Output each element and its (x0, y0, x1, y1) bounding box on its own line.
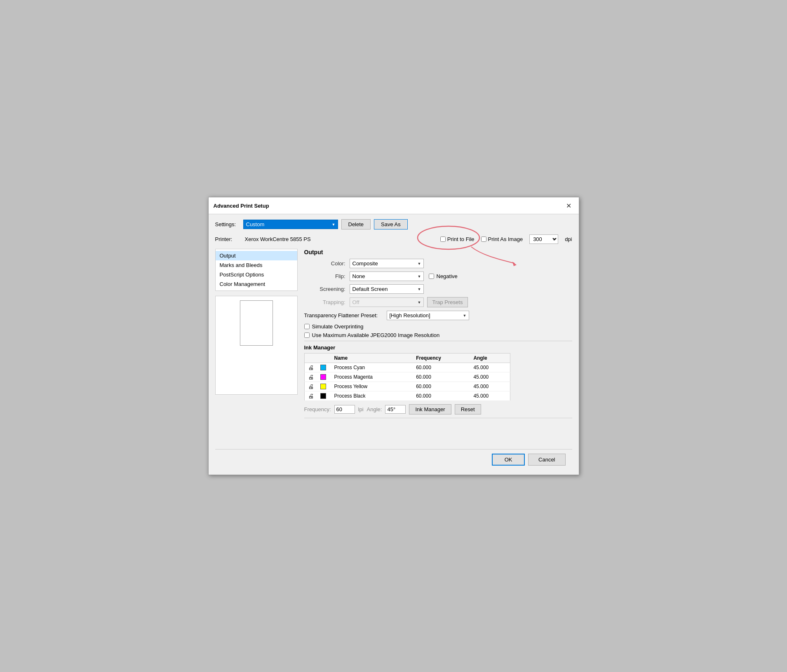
title-bar: Advanced Print Setup ✕ (209, 197, 579, 214)
trapping-select-wrapper: Off (350, 297, 424, 307)
jpeg2000-checkbox[interactable] (304, 332, 310, 338)
ink-name-cell: Process Cyan (331, 363, 413, 372)
ink-angle-cell: 45.000 (470, 382, 510, 391)
screening-select[interactable]: Default Screen (350, 284, 424, 294)
negative-label[interactable]: Negative (437, 273, 458, 279)
flip-select-wrapper: None (350, 272, 424, 281)
angle-input[interactable] (385, 405, 406, 414)
transparency-row: Transparency Flattener Preset: [High Res… (304, 311, 572, 320)
settings-combo[interactable]: Custom (243, 220, 338, 229)
printer-icon-cell: 🖨 (304, 391, 317, 401)
ink-angle-cell: 45.000 (470, 372, 510, 382)
simulate-overprinting-row: Simulate Overprinting (304, 323, 572, 330)
nav-item-marks-bleeds[interactable]: Marks and Bleeds (216, 260, 297, 270)
main-content: Output Marks and Bleeds PostScript Optio… (215, 249, 572, 443)
ink-manager-section: Ink Manager Name Frequency Angle (304, 344, 572, 414)
ink-manager-title: Ink Manager (304, 344, 572, 351)
print-to-file-checkbox[interactable] (440, 236, 446, 242)
ok-button[interactable]: OK (492, 454, 525, 466)
color-select[interactable]: Composite (350, 259, 424, 268)
flip-select[interactable]: None (350, 272, 424, 281)
print-options-wrapper: Print to File Print As Image 300 dpi (440, 234, 572, 244)
screening-row: Screening: Default Screen (304, 284, 572, 294)
cancel-button[interactable]: Cancel (528, 454, 565, 466)
screening-label: Screening: (304, 286, 350, 292)
settings-combo-wrapper: Custom (243, 220, 338, 229)
jpeg2000-row: Use Maximum Available JPEG2000 Image Res… (304, 332, 572, 338)
printer-label: Printer: (215, 236, 240, 242)
printer-name: Xerox WorkCentre 5855 PS (245, 236, 311, 242)
ink-name-cell: Process Magenta (331, 372, 413, 382)
dialog-footer: OK Cancel (215, 449, 572, 470)
angle-label: Angle: (367, 406, 382, 412)
print-as-image-label[interactable]: Print As Image (481, 236, 523, 242)
transparency-select[interactable]: [High Resolution] (387, 311, 469, 320)
col-angle-header: Angle (470, 354, 510, 363)
ink-table: Name Frequency Angle 🖨 Process Cyan 60.0… (304, 353, 510, 401)
color-row: Color: Composite (304, 259, 572, 268)
frequency-label: Frequency: (304, 406, 331, 412)
screening-select-wrapper: Default Screen (350, 284, 424, 294)
trapping-row: Trapping: Off Trap Presets (304, 297, 572, 307)
trapping-label: Trapping: (304, 299, 350, 305)
color-swatch-cell (317, 382, 331, 391)
dpi-select-wrapper: 300 (529, 234, 558, 244)
simulate-overprinting-label[interactable]: Simulate Overprinting (312, 323, 364, 330)
ink-table-row: 🖨 Process Cyan 60.000 45.000 (304, 363, 510, 372)
dialog-title: Advanced Print Setup (214, 203, 269, 209)
ink-angle-cell: 45.000 (470, 391, 510, 401)
ink-angle-cell: 45.000 (470, 363, 510, 372)
transparency-label: Transparency Flattener Preset: (304, 312, 387, 318)
color-label: Color: (304, 260, 350, 267)
col-color-swatch (317, 354, 331, 363)
output-section-title: Output (304, 249, 572, 255)
ink-frequency-cell: 60.000 (413, 363, 470, 372)
delete-button[interactable]: Delete (341, 219, 371, 229)
ink-name-cell: Process Yellow (331, 382, 413, 391)
color-select-wrapper: Composite (350, 259, 424, 268)
flip-label: Flip: (304, 273, 350, 279)
jpeg2000-label[interactable]: Use Maximum Available JPEG2000 Image Res… (312, 332, 440, 338)
frequency-input[interactable] (334, 405, 355, 414)
preview-inner (240, 300, 273, 346)
flip-row: Flip: None Negative (304, 272, 572, 281)
advanced-print-setup-dialog: Advanced Print Setup ✕ Settings: Custom … (208, 197, 579, 475)
right-panel: Output Color: Composite Flip: Non (298, 249, 572, 443)
ink-name-cell: Process Black (331, 391, 413, 401)
color-swatch-cell (317, 363, 331, 372)
nav-item-postscript[interactable]: PostScript Options (216, 270, 297, 279)
color-swatch-cell (317, 391, 331, 401)
trap-row: Off Trap Presets (350, 297, 468, 307)
nav-item-color-management[interactable]: Color Management (216, 279, 297, 289)
lpi-label: lpi (358, 406, 364, 412)
dpi-label: dpi (565, 236, 572, 242)
ink-manager-button[interactable]: Ink Manager (409, 404, 451, 414)
color-swatch-cell (317, 372, 331, 382)
print-to-file-label[interactable]: Print to File (440, 236, 475, 242)
trapping-select[interactable]: Off (350, 297, 424, 307)
dpi-select[interactable]: 300 (529, 234, 558, 244)
ink-table-row: 🖨 Process Magenta 60.000 45.000 (304, 372, 510, 382)
printer-icon-cell: 🖨 (304, 382, 317, 391)
settings-label: Settings: (215, 221, 240, 227)
printer-row: Printer: Xerox WorkCentre 5855 PS Print … (215, 234, 572, 244)
divider (304, 341, 572, 341)
save-as-button[interactable]: Save As (374, 219, 408, 229)
nav-item-output[interactable]: Output (216, 251, 297, 260)
col-name-header: Name (331, 354, 413, 363)
preview-box (215, 296, 298, 395)
nav-list: Output Marks and Bleeds PostScript Optio… (215, 249, 298, 291)
ink-frequency-cell: 60.000 (413, 372, 470, 382)
ink-table-row: 🖨 Process Black 60.000 45.000 (304, 391, 510, 401)
printer-icon-cell: 🖨 (304, 363, 317, 372)
close-button[interactable]: ✕ (564, 201, 574, 211)
dialog-body: Settings: Custom Delete Save As Printer:… (209, 214, 579, 475)
col-printer-icon (304, 354, 317, 363)
settings-row: Settings: Custom Delete Save As (215, 219, 572, 229)
simulate-overprinting-checkbox[interactable] (304, 324, 310, 329)
ink-frequency-cell: 60.000 (413, 391, 470, 401)
negative-checkbox[interactable] (429, 274, 434, 279)
trap-presets-button[interactable]: Trap Presets (427, 297, 468, 307)
print-as-image-checkbox[interactable] (481, 236, 486, 242)
reset-button[interactable]: Reset (455, 404, 481, 414)
